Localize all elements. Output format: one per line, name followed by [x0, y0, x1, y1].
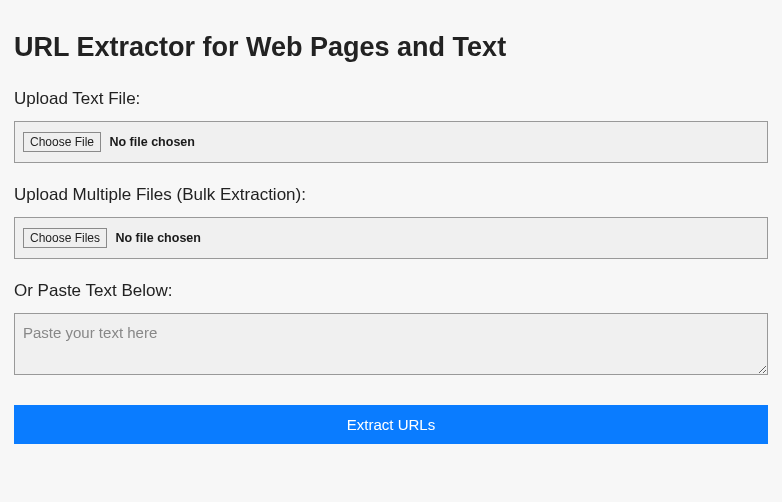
paste-text-label: Or Paste Text Below:: [14, 281, 768, 301]
upload-single-box: Choose File No file chosen: [14, 121, 768, 163]
choose-files-button[interactable]: Choose Files: [23, 228, 107, 248]
file-status-bulk: No file chosen: [115, 231, 200, 245]
choose-file-button[interactable]: Choose File: [23, 132, 101, 152]
upload-single-label: Upload Text File:: [14, 89, 768, 109]
page-title: URL Extractor for Web Pages and Text: [14, 32, 768, 63]
file-status-single: No file chosen: [109, 135, 194, 149]
upload-bulk-box: Choose Files No file chosen: [14, 217, 768, 259]
extract-urls-button[interactable]: Extract URLs: [14, 405, 768, 444]
paste-text-input[interactable]: [14, 313, 768, 375]
upload-bulk-label: Upload Multiple Files (Bulk Extraction):: [14, 185, 768, 205]
